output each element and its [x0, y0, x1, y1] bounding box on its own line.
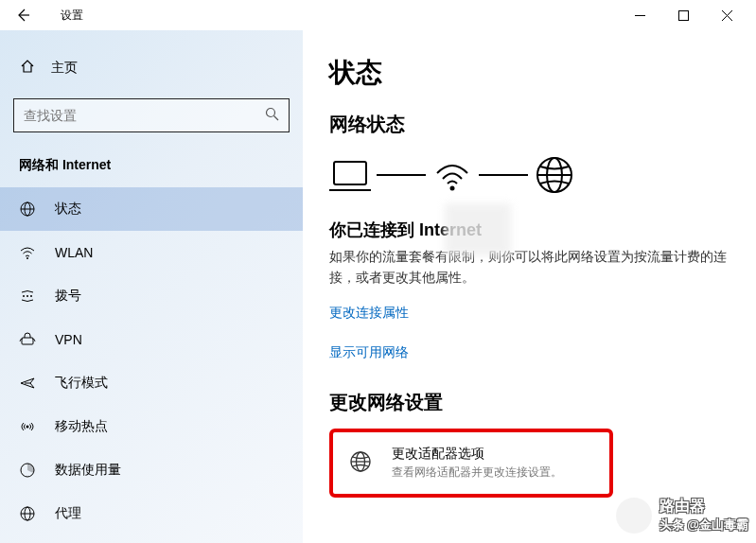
- globe-icon: [534, 154, 575, 196]
- connection-desc: 如果你的流量套餐有限制，则你可以将此网络设置为按流量计费的连接，或者更改其他属性…: [329, 247, 727, 288]
- close-button[interactable]: [705, 0, 748, 30]
- svg-rect-2: [678, 10, 688, 20]
- status-icon: [19, 201, 36, 218]
- sidebar: 主页 网络和 Internet 状态 WLAN 拨号: [0, 30, 303, 543]
- svg-point-5: [267, 108, 275, 116]
- sidebar-item-data-usage[interactable]: 数据使用量: [0, 448, 303, 492]
- computer-icon: [329, 156, 371, 194]
- minimize-button[interactable]: [618, 0, 661, 30]
- sidebar-item-label: 状态: [55, 201, 81, 218]
- svg-point-22: [450, 186, 455, 191]
- adapter-option-desc: 查看网络适配器并更改连接设置。: [392, 464, 562, 481]
- svg-point-12: [26, 295, 28, 297]
- sidebar-item-label: 飞行模式: [55, 375, 108, 392]
- blurred-region: [445, 203, 511, 255]
- network-status-heading: 网络状态: [329, 112, 737, 137]
- sidebar-item-airplane[interactable]: 飞行模式: [0, 361, 303, 405]
- sidebar-item-status[interactable]: 状态: [0, 187, 303, 231]
- adapter-globe-icon: [348, 449, 373, 478]
- svg-point-13: [30, 295, 32, 297]
- window-title: 设置: [61, 8, 83, 24]
- wifi-icon: [19, 244, 36, 261]
- minimize-icon: [635, 10, 645, 21]
- proxy-icon: [19, 505, 36, 522]
- adapter-options-button[interactable]: 更改适配器选项 查看网络适配器并更改连接设置。: [329, 429, 613, 498]
- home-label: 主页: [51, 60, 78, 77]
- home-icon: [19, 59, 36, 78]
- svg-rect-20: [334, 162, 366, 184]
- home-button[interactable]: 主页: [0, 49, 303, 87]
- sidebar-item-hotspot[interactable]: 移动热点: [0, 405, 303, 448]
- sidebar-item-dialup[interactable]: 拨号: [0, 274, 303, 318]
- sidebar-item-vpn[interactable]: VPN: [0, 318, 303, 361]
- arrow-left-icon: [15, 8, 30, 23]
- sidebar-item-label: VPN: [55, 332, 82, 347]
- connection-title: 你已连接到 Internet: [329, 219, 737, 241]
- watermark-brand: 路由器: [659, 497, 748, 517]
- sidebar-item-label: 拨号: [55, 288, 81, 305]
- back-button[interactable]: [8, 0, 38, 30]
- link-change-connection-props[interactable]: 更改连接属性: [329, 305, 737, 322]
- watermark-sub: 头条 @金山毒霸: [659, 517, 748, 534]
- vpn-icon: [19, 331, 36, 348]
- adapter-option-title: 更改适配器选项: [392, 446, 562, 463]
- dialup-icon: [19, 288, 36, 305]
- close-icon: [722, 10, 732, 21]
- sidebar-item-proxy[interactable]: 代理: [0, 492, 303, 535]
- watermark: 路由器 头条 @金山毒霸: [616, 497, 748, 534]
- titlebar: 设置: [0, 0, 756, 30]
- sidebar-item-label: WLAN: [55, 245, 93, 260]
- window-controls: [618, 0, 748, 30]
- main-panel: 状态 网络状态 你已连接到 Internet 如果你的流量套餐有限制，则你可以将…: [303, 30, 756, 543]
- network-diagram: [329, 154, 737, 196]
- data-usage-icon: [19, 462, 36, 479]
- diagram-line: [377, 174, 426, 176]
- search-box[interactable]: [13, 98, 290, 132]
- airplane-icon: [19, 375, 36, 392]
- svg-line-6: [274, 115, 279, 120]
- sidebar-item-label: 移动热点: [55, 418, 108, 435]
- sidebar-item-label: 数据使用量: [55, 462, 121, 479]
- diagram-line: [479, 174, 528, 176]
- change-network-settings-heading: 更改网络设置: [329, 390, 737, 415]
- search-input[interactable]: [24, 108, 265, 123]
- maximize-icon: [678, 10, 689, 21]
- hotspot-icon: [19, 418, 36, 435]
- page-title: 状态: [329, 55, 737, 91]
- svg-point-10: [26, 257, 28, 259]
- sidebar-item-wlan[interactable]: WLAN: [0, 231, 303, 274]
- watermark-logo: [616, 498, 652, 534]
- search-icon: [265, 107, 279, 125]
- svg-point-11: [23, 295, 25, 297]
- link-show-available-networks[interactable]: 显示可用网络: [329, 344, 737, 361]
- wifi-signal-icon: [431, 154, 473, 196]
- svg-point-15: [26, 426, 29, 429]
- sidebar-item-label: 代理: [55, 505, 81, 522]
- svg-rect-14: [22, 338, 33, 344]
- category-header: 网络和 Internet: [0, 149, 303, 187]
- maximize-button[interactable]: [661, 0, 705, 30]
